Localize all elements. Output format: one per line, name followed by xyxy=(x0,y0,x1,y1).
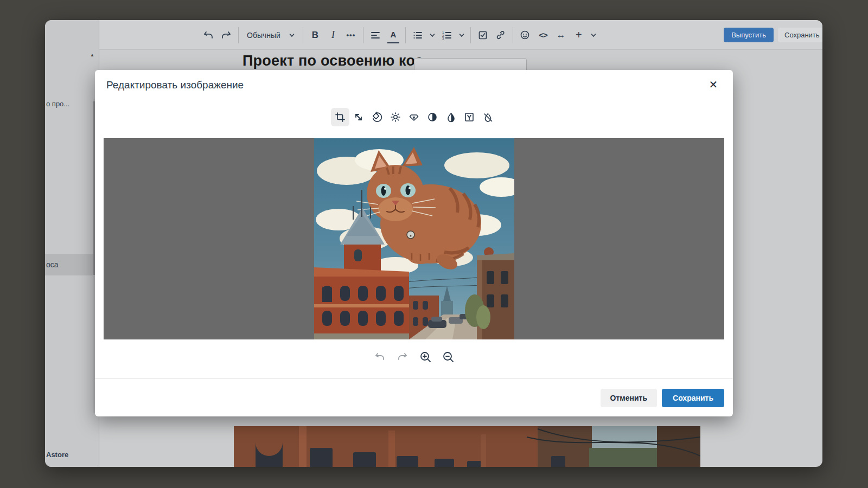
canvas-controls xyxy=(95,350,733,364)
bold-button[interactable]: B xyxy=(309,27,321,43)
text-color-button[interactable]: A xyxy=(387,27,399,43)
contrast-icon[interactable] xyxy=(423,108,442,126)
svg-text:3: 3 xyxy=(442,37,444,40)
editor-toolbar: Обычный B I ••• A 123 xyxy=(99,20,822,50)
chevron-down-icon[interactable] xyxy=(459,33,464,38)
toolbar-separator xyxy=(303,27,303,43)
clarity-icon[interactable] xyxy=(405,108,423,126)
edit-tools-toolbar xyxy=(95,108,733,126)
sidebar-item-label: оса xyxy=(46,260,59,269)
more-formatting-button[interactable]: ••• xyxy=(345,27,357,43)
rotate-icon[interactable] xyxy=(368,108,386,126)
edit-undo-icon[interactable] xyxy=(373,350,387,364)
gamma-icon[interactable] xyxy=(460,108,478,126)
edit-image-modal: Редактировать изображение ✕ xyxy=(95,70,733,416)
italic-button[interactable]: I xyxy=(327,27,339,43)
paragraph-style-value: Обычный xyxy=(247,31,280,40)
toolbar-separator xyxy=(363,27,363,43)
brightness-icon[interactable] xyxy=(386,108,405,126)
document-image[interactable] xyxy=(234,426,700,467)
scroll-up-icon[interactable]: ▲ xyxy=(90,53,94,57)
sidebar: ▲ о про... оса Astore xyxy=(45,20,99,467)
chevron-down-icon xyxy=(289,33,295,38)
modal-title: Редактировать изображение xyxy=(106,79,244,91)
chevron-down-icon[interactable] xyxy=(430,33,435,38)
chevron-down-icon[interactable] xyxy=(591,33,596,38)
checkbox-list-icon[interactable] xyxy=(477,27,489,43)
save-draft-button[interactable]: Сохранить xyxy=(778,28,822,42)
resize-icon[interactable] xyxy=(349,108,368,126)
sidebar-item-selected[interactable]: оса xyxy=(45,254,95,275)
width-toggle-button[interactable]: ↔ xyxy=(555,27,567,43)
numbered-list-icon[interactable]: 123 xyxy=(441,27,453,43)
noise-icon[interactable] xyxy=(478,108,497,126)
insert-block-button[interactable]: + xyxy=(573,27,585,43)
toolbar-separator xyxy=(405,27,406,43)
close-icon[interactable]: ✕ xyxy=(706,77,721,92)
toolbar-separator xyxy=(470,27,471,43)
bullet-list-icon[interactable] xyxy=(412,27,424,43)
emoji-icon[interactable] xyxy=(519,27,531,43)
sidebar-footer-logo: Astore xyxy=(46,451,68,459)
cancel-button[interactable]: Отменить xyxy=(601,389,657,407)
saturation-icon[interactable] xyxy=(442,108,460,126)
image-canvas[interactable] xyxy=(104,138,724,339)
crop-icon[interactable] xyxy=(331,108,349,126)
code-button[interactable]: <> xyxy=(537,27,549,43)
document-title[interactable]: Проект по освоению кос xyxy=(242,53,423,69)
edit-redo-icon[interactable] xyxy=(395,350,410,364)
sidebar-item-truncated[interactable]: о про... xyxy=(46,100,69,108)
cat-city-image xyxy=(314,138,514,339)
toolbar-separator xyxy=(513,27,513,43)
modal-footer: Отменить Сохранить xyxy=(95,378,733,416)
zoom-out-icon[interactable] xyxy=(441,350,455,364)
paragraph-style-dropdown[interactable]: Обычный xyxy=(245,27,297,44)
redo-icon[interactable] xyxy=(220,27,232,43)
align-icon[interactable] xyxy=(369,27,381,43)
link-icon[interactable] xyxy=(495,27,507,43)
save-button[interactable]: Сохранить xyxy=(662,389,724,407)
zoom-in-icon[interactable] xyxy=(418,350,432,364)
toolbar-separator xyxy=(238,27,239,43)
undo-icon[interactable] xyxy=(202,27,214,43)
publish-button[interactable]: Выпустить xyxy=(724,28,774,42)
